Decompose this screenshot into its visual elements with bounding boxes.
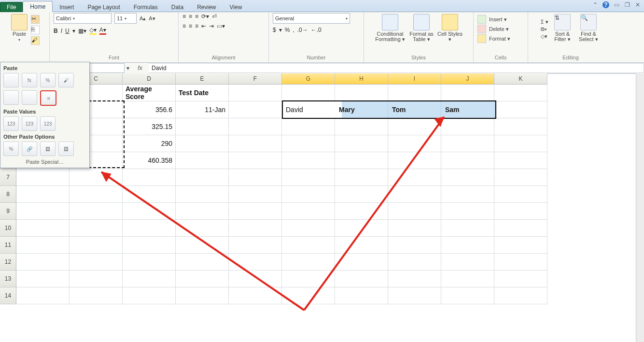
delete-cells-button[interactable]: Delete ▾ — [489, 26, 509, 32]
cellstyles-label: Cell Styles ▾ — [437, 31, 463, 42]
col-header-E[interactable]: E — [176, 73, 229, 74]
paste-option-formulas-number[interactable]: % — [40, 73, 56, 74]
conditional-formatting-icon — [382, 14, 398, 30]
col-header-G[interactable]: G — [282, 73, 335, 74]
align-center-icon[interactable]: ≡ — [189, 23, 192, 29]
borders-button[interactable]: ▦▾ — [78, 28, 86, 34]
col-header-H[interactable]: H — [335, 73, 388, 74]
align-left-icon[interactable]: ≡ — [182, 23, 186, 29]
group-clipboard-title — [4, 55, 45, 62]
name-box[interactable] — [85, 63, 125, 73]
autosum-button[interactable]: Σ ▾ — [541, 19, 548, 25]
tab-formulas[interactable]: Formulas — [127, 2, 165, 12]
increase-indent-icon[interactable]: ⇥ — [209, 23, 214, 29]
cell-styles-button[interactable]: Cell Styles ▾ — [437, 13, 463, 43]
number-format-combo[interactable]: General▾ — [273, 13, 350, 24]
format-as-table-icon — [413, 14, 430, 30]
conditional-formatting-button[interactable]: Conditional Formatting ▾ — [374, 13, 406, 43]
copy-icon[interactable]: ⎘ — [31, 26, 40, 34]
format-cells-button[interactable]: Format ▾ — [489, 36, 510, 42]
increase-decimal-icon[interactable]: .0→ — [297, 27, 308, 33]
wrap-text-icon[interactable]: ⏎ — [212, 13, 217, 20]
cell-styles-icon — [442, 14, 458, 30]
window-minimize-icon[interactable]: ▭ — [613, 1, 620, 8]
format-as-table-button[interactable]: Format as Table ▾ — [407, 13, 436, 43]
tab-view[interactable]: View — [223, 2, 249, 12]
paste-section-paste: Paste — [3, 65, 86, 71]
comma-button[interactable]: , — [293, 27, 294, 33]
name-box-dd[interactable]: ▾ — [126, 65, 129, 71]
group-font-title: Font — [54, 55, 174, 62]
align-right-icon[interactable]: ≡ — [195, 23, 198, 29]
cond-label: Conditional Formatting ▾ — [374, 31, 406, 42]
underline-dd[interactable]: ▾ — [72, 28, 75, 34]
increase-font-icon[interactable]: A▴ — [140, 15, 146, 22]
format-painter-icon[interactable]: 🖌 — [31, 36, 40, 45]
group-alignment-title: Alignment — [182, 55, 265, 62]
formula-input[interactable]: David — [149, 63, 644, 73]
ribbon-minimize-icon[interactable]: ⌃ — [592, 1, 599, 8]
vertical-scrollbar[interactable] — [636, 73, 644, 74]
sort-filter-icon: ⇅ — [554, 14, 571, 30]
format-cells-icon[interactable] — [477, 34, 486, 43]
align-bottom-icon[interactable]: ≡ — [195, 13, 198, 20]
sort-label: Sort & Filter ▾ — [550, 31, 574, 42]
group-editing-title: Editing — [532, 55, 609, 62]
help-icon[interactable]: ? — [602, 1, 609, 8]
underline-button[interactable]: U — [65, 28, 70, 34]
delete-cells-icon[interactable] — [477, 25, 486, 33]
currency-dd[interactable]: ▾ — [279, 27, 282, 33]
paste-label: Paste — [13, 31, 26, 37]
group-styles-title: Styles — [368, 55, 469, 62]
paste-icon — [11, 14, 28, 30]
font-name-combo[interactable]: Calibri▾ — [54, 13, 112, 24]
tab-page-layout[interactable]: Page Layout — [81, 2, 126, 12]
cut-icon[interactable]: ✂ — [31, 15, 40, 24]
col-header-D[interactable]: D — [123, 73, 176, 74]
paste-button[interactable]: Paste ▾ — [10, 13, 29, 43]
worksheet-grid[interactable]: B C D E F G H I J K Average Score Test D… — [0, 73, 644, 74]
clear-button[interactable]: ◇▾ — [541, 33, 548, 40]
align-middle-icon[interactable]: ≡ — [189, 13, 192, 20]
paste-option-keep-source[interactable]: 🖌 — [58, 73, 74, 74]
decrease-decimal-icon[interactable]: ←.0 — [311, 27, 322, 33]
currency-button[interactable]: $ — [273, 27, 276, 33]
paste-option-all[interactable] — [3, 73, 19, 74]
tab-file[interactable]: File — [0, 2, 23, 12]
align-top-icon[interactable]: ≡ — [182, 13, 186, 20]
fill-color-button[interactable]: ◇▾ — [89, 27, 97, 35]
paste-option-formulas[interactable]: fx — [22, 73, 37, 74]
orientation-icon[interactable]: ⟳▾ — [201, 13, 209, 20]
col-header-J[interactable]: J — [441, 73, 494, 74]
bold-button[interactable]: B — [54, 28, 58, 34]
font-color-button[interactable]: A▾ — [99, 27, 106, 35]
decrease-font-icon[interactable]: A▾ — [149, 15, 155, 22]
insert-cells-icon[interactable] — [477, 15, 486, 24]
percent-button[interactable]: % — [285, 27, 290, 33]
paste-options-panel: Paste fx % 🖌 ⤭ Paste Values 123 123 123 … — [0, 62, 90, 74]
insert-cells-button[interactable]: Insert ▾ — [489, 16, 507, 23]
sort-filter-button[interactable]: ⇅ Sort & Filter ▾ — [550, 13, 574, 43]
italic-button[interactable]: I — [61, 28, 62, 34]
col-header-K[interactable]: K — [494, 73, 547, 74]
fx-icon[interactable]: fx — [134, 65, 146, 71]
tab-data[interactable]: Data — [165, 2, 190, 12]
find-select-icon: 🔍 — [580, 14, 597, 30]
group-number-title: Number — [273, 55, 360, 62]
find-label: Find & Select ▾ — [576, 31, 601, 42]
font-size-combo[interactable]: 11▾ — [114, 13, 137, 24]
merge-center-icon[interactable]: ▭▾ — [217, 23, 225, 29]
col-header-I[interactable]: I — [388, 73, 441, 74]
window-restore-icon[interactable]: ❐ — [624, 1, 630, 8]
tab-home[interactable]: Home — [23, 1, 53, 12]
tab-review[interactable]: Review — [190, 2, 223, 12]
group-cells-title: Cells — [477, 55, 524, 62]
fill-button[interactable]: ⧉▾ — [541, 26, 548, 32]
find-select-button[interactable]: 🔍 Find & Select ▾ — [576, 13, 601, 43]
col-header-F[interactable]: F — [229, 73, 282, 74]
table-label: Format as Table ▾ — [407, 31, 436, 42]
window-close-icon[interactable]: ✕ — [634, 1, 641, 8]
tab-insert[interactable]: Insert — [53, 2, 81, 12]
decrease-indent-icon[interactable]: ⇤ — [201, 23, 206, 29]
